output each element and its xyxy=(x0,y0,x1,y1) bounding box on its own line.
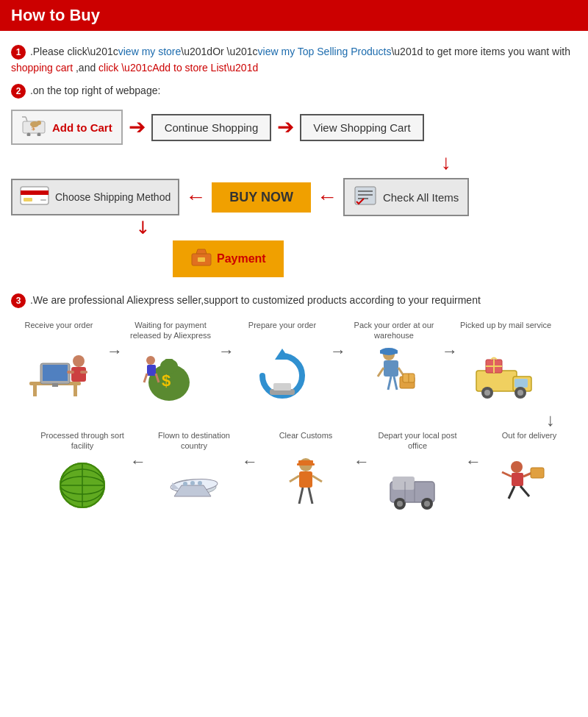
depart-icon xyxy=(384,454,451,513)
process-arrow-5: ← xyxy=(465,430,481,471)
svg-rect-27 xyxy=(67,371,74,374)
svg-point-7 xyxy=(37,121,41,125)
process-arrow-8: ← xyxy=(130,430,146,471)
shopping-cart-text: shopping cart xyxy=(11,62,73,74)
customs-icon xyxy=(273,454,339,513)
process-item-customs: Clear Customs xyxy=(258,430,354,513)
svg-rect-9 xyxy=(21,190,49,195)
svg-rect-51 xyxy=(476,371,517,391)
svg-rect-28 xyxy=(80,371,87,374)
arrow-down-1: ↓ xyxy=(441,151,577,174)
add-to-cart-button[interactable]: $ Add to Cart xyxy=(11,110,123,145)
add-to-store-text: click \u201cAdd to store List\u201d xyxy=(98,62,258,74)
process-item-out: Out for delivery xyxy=(481,430,577,513)
choose-shipping-button[interactable]: Choose Shipping Method xyxy=(11,179,179,215)
process-item-prepare: Prepare your order xyxy=(234,320,330,402)
process-arrow-4: → xyxy=(442,320,458,361)
payment-button[interactable]: Payment xyxy=(173,240,284,277)
step1-text: 1 .Please click\u201cview my store\u201d… xyxy=(11,43,577,76)
receive-label: Receive your order xyxy=(25,320,93,340)
process-item-pickup: Picked up by mail service xyxy=(458,320,553,402)
payment-icon xyxy=(190,248,212,270)
svg-point-57 xyxy=(517,390,523,396)
main-content: 1 .Please click\u201cview my store\u201d… xyxy=(0,40,588,524)
arrow-diagonal: ↘ xyxy=(136,216,577,237)
process-arrow-3: → xyxy=(330,320,346,361)
view-shopping-cart-label: View Shopping Cart xyxy=(313,121,410,134)
svg-point-90 xyxy=(198,481,202,485)
step2-text: 2 .on the top right of webpage: xyxy=(11,82,577,99)
svg-point-71 xyxy=(397,501,403,507)
arrow-right-2: ➔ xyxy=(277,117,294,138)
svg-line-1 xyxy=(26,117,27,121)
check-all-items-button[interactable]: Check All Items xyxy=(343,178,469,216)
svg-rect-62 xyxy=(512,473,523,486)
process-item-depart: Depart your local post office xyxy=(370,430,465,513)
header: How to Buy xyxy=(0,0,588,31)
top-selling-link[interactable]: view my Top Selling Products xyxy=(258,46,392,57)
arrow-right-1: ➔ xyxy=(129,117,146,138)
flown-label: Flown to destination country xyxy=(146,430,242,452)
add-to-cart-label: Add to Cart xyxy=(52,121,112,134)
svg-line-66 xyxy=(520,486,529,496)
svg-point-89 xyxy=(190,481,195,485)
customs-label: Clear Customs xyxy=(279,430,333,451)
waiting-label: Waiting for payment released by Aliexpre… xyxy=(123,320,218,341)
svg-rect-10 xyxy=(24,198,32,201)
svg-point-61 xyxy=(511,461,523,473)
svg-point-88 xyxy=(183,482,187,486)
continue-shopping-label: Continue Shopping xyxy=(165,121,259,134)
svg-line-44 xyxy=(378,368,384,377)
svg-rect-67 xyxy=(531,468,544,478)
svg-line-63 xyxy=(502,472,512,477)
svg-rect-43 xyxy=(384,360,398,377)
svg-rect-53 xyxy=(514,379,528,388)
receive-icon xyxy=(26,343,92,402)
svg-line-65 xyxy=(509,486,514,499)
waiting-icon: $ xyxy=(137,343,204,402)
view-shopping-cart-button[interactable]: View Shopping Cart xyxy=(300,114,423,141)
check-all-items-label: Check All Items xyxy=(383,191,459,204)
svg-rect-26 xyxy=(71,367,86,382)
svg-rect-18 xyxy=(198,257,205,262)
svg-rect-21 xyxy=(74,385,77,396)
credit-card-icon xyxy=(20,185,49,210)
prepare-icon xyxy=(249,343,315,402)
process-arrow-7: ← xyxy=(242,430,258,471)
svg-line-82 xyxy=(299,488,303,504)
svg-rect-12 xyxy=(355,187,376,204)
svg-rect-31 xyxy=(165,359,173,365)
sort-label: Processed through sort facility xyxy=(35,430,130,452)
arrow-left-2: ← xyxy=(317,187,337,207)
process-item-receive: Receive your order xyxy=(11,320,107,402)
choose-shipping-label: Choose Shipping Method xyxy=(55,191,171,203)
out-icon xyxy=(496,454,562,513)
svg-line-80 xyxy=(290,476,299,482)
svg-marker-17 xyxy=(196,249,207,254)
svg-line-46 xyxy=(388,377,391,390)
flow-row1: $ Add to Cart ➔ Continue Shopping ➔ View… xyxy=(11,110,577,145)
buy-now-button[interactable]: BUY NOW xyxy=(212,182,311,213)
svg-line-83 xyxy=(309,488,312,504)
svg-rect-24 xyxy=(52,383,58,387)
svg-rect-69 xyxy=(392,477,415,490)
process-arrow-2: → xyxy=(218,320,234,361)
svg-line-81 xyxy=(312,476,322,482)
process-row2: Out for delivery xyxy=(11,430,577,513)
svg-rect-79 xyxy=(299,471,312,488)
out-label: Out for delivery xyxy=(502,430,557,451)
svg-line-35 xyxy=(144,374,147,382)
svg-point-33 xyxy=(146,356,155,365)
svg-rect-23 xyxy=(43,365,68,381)
continue-shopping-button[interactable]: Continue Shopping xyxy=(151,114,272,141)
view-store-link[interactable]: view my store xyxy=(118,46,182,57)
svg-rect-11 xyxy=(40,199,46,201)
svg-line-47 xyxy=(394,377,397,390)
pack-label: Pack your order at our warehouse xyxy=(346,320,442,341)
pickup-icon xyxy=(473,343,539,402)
process-arrow-6: ← xyxy=(354,430,370,471)
svg-rect-39 xyxy=(273,383,291,390)
svg-rect-34 xyxy=(147,365,156,376)
process-arrow-down: ↓ xyxy=(11,410,555,430)
svg-rect-42 xyxy=(380,350,398,354)
